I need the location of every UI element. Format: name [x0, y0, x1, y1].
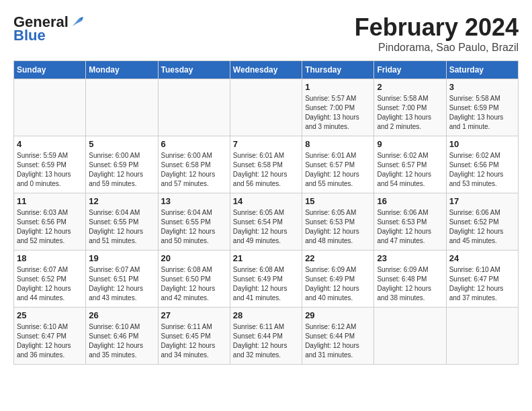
weekday-header-saturday: Saturday	[446, 61, 518, 79]
day-number: 7	[233, 139, 299, 149]
day-number: 17	[449, 196, 515, 206]
day-info: Sunrise: 6:02 AM Sunset: 6:57 PM Dayligh…	[377, 151, 443, 189]
day-info: Sunrise: 6:09 AM Sunset: 6:48 PM Dayligh…	[377, 265, 443, 303]
calendar-cell: 2Sunrise: 5:58 AM Sunset: 7:00 PM Daylig…	[374, 79, 446, 136]
day-number: 28	[233, 310, 299, 320]
page-header: General Blue February 2024 Pindorama, Sa…	[13, 13, 519, 54]
calendar-cell: 11Sunrise: 6:03 AM Sunset: 6:56 PM Dayli…	[14, 193, 86, 250]
calendar-cell: 4Sunrise: 5:59 AM Sunset: 6:59 PM Daylig…	[14, 136, 86, 193]
day-number: 2	[377, 82, 443, 92]
day-info: Sunrise: 6:01 AM Sunset: 6:57 PM Dayligh…	[305, 151, 371, 189]
calendar-week-row: 4Sunrise: 5:59 AM Sunset: 6:59 PM Daylig…	[14, 136, 519, 193]
calendar-week-row: 11Sunrise: 6:03 AM Sunset: 6:56 PM Dayli…	[14, 193, 519, 250]
day-info: Sunrise: 6:05 AM Sunset: 6:54 PM Dayligh…	[233, 208, 299, 246]
day-info: Sunrise: 6:04 AM Sunset: 6:55 PM Dayligh…	[161, 208, 227, 246]
calendar-cell: 17Sunrise: 6:06 AM Sunset: 6:52 PM Dayli…	[446, 193, 518, 250]
calendar-cell: 22Sunrise: 6:09 AM Sunset: 6:49 PM Dayli…	[302, 250, 374, 308]
month-title: February 2024	[355, 13, 519, 42]
day-number: 13	[161, 196, 227, 206]
calendar-cell	[374, 308, 446, 365]
calendar-cell	[158, 79, 230, 136]
day-number: 24	[449, 253, 515, 263]
day-info: Sunrise: 6:08 AM Sunset: 6:49 PM Dayligh…	[233, 265, 299, 303]
day-number: 18	[17, 253, 83, 263]
day-info: Sunrise: 6:04 AM Sunset: 6:55 PM Dayligh…	[89, 208, 154, 246]
day-number: 19	[89, 253, 154, 263]
day-number: 27	[161, 310, 227, 320]
calendar-cell	[14, 79, 86, 136]
day-number: 1	[305, 82, 371, 92]
day-number: 20	[161, 253, 227, 263]
day-number: 12	[89, 196, 154, 206]
calendar-cell: 21Sunrise: 6:08 AM Sunset: 6:49 PM Dayli…	[230, 250, 302, 308]
day-number: 21	[233, 253, 299, 263]
logo-bird-icon	[70, 15, 83, 29]
day-info: Sunrise: 6:09 AM Sunset: 6:49 PM Dayligh…	[305, 265, 371, 303]
day-number: 9	[377, 139, 443, 149]
day-info: Sunrise: 6:10 AM Sunset: 6:47 PM Dayligh…	[17, 322, 83, 360]
day-number: 23	[377, 253, 443, 263]
calendar-cell: 27Sunrise: 6:11 AM Sunset: 6:45 PM Dayli…	[158, 308, 230, 365]
day-info: Sunrise: 6:12 AM Sunset: 6:44 PM Dayligh…	[305, 322, 371, 360]
day-number: 8	[305, 139, 371, 149]
weekday-header-sunday: Sunday	[14, 61, 86, 79]
calendar-cell	[230, 79, 302, 136]
day-number: 10	[449, 139, 515, 149]
day-info: Sunrise: 6:03 AM Sunset: 6:56 PM Dayligh…	[17, 208, 83, 246]
day-number: 22	[305, 253, 371, 263]
weekday-header-wednesday: Wednesday	[230, 61, 302, 79]
day-info: Sunrise: 6:10 AM Sunset: 6:47 PM Dayligh…	[449, 265, 515, 303]
calendar-cell: 28Sunrise: 6:11 AM Sunset: 6:44 PM Dayli…	[230, 308, 302, 365]
calendar-cell: 8Sunrise: 6:01 AM Sunset: 6:57 PM Daylig…	[302, 136, 374, 193]
calendar-week-row: 18Sunrise: 6:07 AM Sunset: 6:52 PM Dayli…	[14, 250, 519, 308]
calendar-cell: 23Sunrise: 6:09 AM Sunset: 6:48 PM Dayli…	[374, 250, 446, 308]
calendar-cell: 9Sunrise: 6:02 AM Sunset: 6:57 PM Daylig…	[374, 136, 446, 193]
calendar-cell: 13Sunrise: 6:04 AM Sunset: 6:55 PM Dayli…	[158, 193, 230, 250]
calendar-week-row: 1Sunrise: 5:57 AM Sunset: 7:00 PM Daylig…	[14, 79, 519, 136]
day-number: 6	[161, 139, 227, 149]
day-number: 16	[377, 196, 443, 206]
day-info: Sunrise: 6:07 AM Sunset: 6:52 PM Dayligh…	[17, 265, 83, 303]
day-number: 14	[233, 196, 299, 206]
calendar-cell: 15Sunrise: 6:05 AM Sunset: 6:53 PM Dayli…	[302, 193, 374, 250]
location-subtitle: Pindorama, Sao Paulo, Brazil	[355, 42, 519, 54]
weekday-header-friday: Friday	[374, 61, 446, 79]
calendar-cell: 20Sunrise: 6:08 AM Sunset: 6:50 PM Dayli…	[158, 250, 230, 308]
day-info: Sunrise: 5:58 AM Sunset: 7:00 PM Dayligh…	[377, 94, 443, 132]
calendar-cell: 25Sunrise: 6:10 AM Sunset: 6:47 PM Dayli…	[14, 308, 86, 365]
title-block: February 2024 Pindorama, Sao Paulo, Braz…	[355, 13, 519, 54]
day-number: 5	[89, 139, 154, 149]
calendar-cell: 6Sunrise: 6:00 AM Sunset: 6:58 PM Daylig…	[158, 136, 230, 193]
day-number: 15	[305, 196, 371, 206]
calendar-cell: 14Sunrise: 6:05 AM Sunset: 6:54 PM Dayli…	[230, 193, 302, 250]
calendar-cell: 16Sunrise: 6:06 AM Sunset: 6:53 PM Dayli…	[374, 193, 446, 250]
day-number: 4	[17, 139, 83, 149]
logo-blue: Blue	[13, 27, 46, 44]
day-number: 26	[89, 310, 154, 320]
day-info: Sunrise: 6:06 AM Sunset: 6:52 PM Dayligh…	[449, 208, 515, 246]
day-info: Sunrise: 6:01 AM Sunset: 6:58 PM Dayligh…	[233, 151, 299, 189]
calendar-cell: 29Sunrise: 6:12 AM Sunset: 6:44 PM Dayli…	[302, 308, 374, 365]
day-info: Sunrise: 5:59 AM Sunset: 6:59 PM Dayligh…	[17, 151, 83, 189]
calendar-cell: 12Sunrise: 6:04 AM Sunset: 6:55 PM Dayli…	[86, 193, 158, 250]
calendar-cell: 5Sunrise: 6:00 AM Sunset: 6:59 PM Daylig…	[86, 136, 158, 193]
day-info: Sunrise: 6:06 AM Sunset: 6:53 PM Dayligh…	[377, 208, 443, 246]
day-number: 3	[449, 82, 515, 92]
day-number: 25	[17, 310, 83, 320]
weekday-header-row: SundayMondayTuesdayWednesdayThursdayFrid…	[14, 61, 519, 79]
calendar-table: SundayMondayTuesdayWednesdayThursdayFrid…	[13, 60, 519, 365]
weekday-header-tuesday: Tuesday	[158, 61, 230, 79]
calendar-cell: 18Sunrise: 6:07 AM Sunset: 6:52 PM Dayli…	[14, 250, 86, 308]
day-info: Sunrise: 6:08 AM Sunset: 6:50 PM Dayligh…	[161, 265, 227, 303]
day-info: Sunrise: 6:11 AM Sunset: 6:45 PM Dayligh…	[161, 322, 227, 360]
day-info: Sunrise: 6:07 AM Sunset: 6:51 PM Dayligh…	[89, 265, 154, 303]
calendar-cell: 19Sunrise: 6:07 AM Sunset: 6:51 PM Dayli…	[86, 250, 158, 308]
day-info: Sunrise: 5:57 AM Sunset: 7:00 PM Dayligh…	[305, 94, 371, 132]
day-number: 11	[17, 196, 83, 206]
calendar-cell	[446, 308, 518, 365]
calendar-cell	[86, 79, 158, 136]
calendar-cell: 10Sunrise: 6:02 AM Sunset: 6:56 PM Dayli…	[446, 136, 518, 193]
calendar-cell: 1Sunrise: 5:57 AM Sunset: 7:00 PM Daylig…	[302, 79, 374, 136]
day-info: Sunrise: 6:00 AM Sunset: 6:58 PM Dayligh…	[161, 151, 227, 189]
day-info: Sunrise: 6:00 AM Sunset: 6:59 PM Dayligh…	[89, 151, 154, 189]
